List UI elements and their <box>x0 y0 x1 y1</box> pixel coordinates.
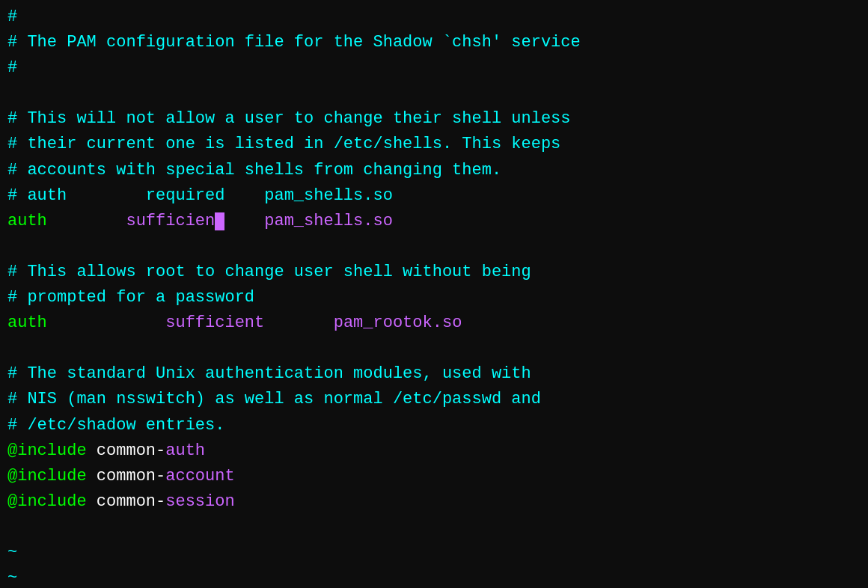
line-12: # prompted for a password <box>7 285 861 310</box>
line-1: # <box>7 4 861 30</box>
auth-keyword-2: auth <box>7 313 47 332</box>
include-separator-2: common- <box>87 467 166 486</box>
sufficient-keyword-1b <box>224 212 264 230</box>
line-19-include: @include common-account <box>7 464 861 489</box>
line-23-tilde: ~ <box>7 566 861 588</box>
line-15: # The standard Unix authentication modul… <box>7 361 861 387</box>
include-keyword-3: @include <box>7 492 87 511</box>
include-value-2: account <box>165 467 234 486</box>
line-7: # accounts with special shells from chan… <box>7 158 861 183</box>
code-editor[interactable]: # # The PAM configuration file for the S… <box>0 0 868 588</box>
sufficient-keyword-1: sufficien <box>126 212 215 230</box>
line-3: # <box>7 55 861 81</box>
cursor <box>215 212 224 230</box>
module-1: pam_shells.so <box>264 212 393 230</box>
include-separator-1: common- <box>87 441 166 460</box>
include-keyword-1: @include <box>7 441 87 460</box>
include-keyword-2: @include <box>7 467 87 486</box>
include-value-1: auth <box>165 441 205 460</box>
line-14-empty <box>7 336 861 361</box>
line-22-tilde: ~ <box>7 540 861 566</box>
auth-keyword-1: auth <box>7 212 47 230</box>
line-16: # NIS (man nsswitch) as well as normal /… <box>7 387 861 412</box>
line-21-empty <box>7 515 861 540</box>
line-8: # auth required pam_shells.so <box>7 183 861 209</box>
include-separator-3: common- <box>87 492 166 511</box>
line-18-include: @include common-auth <box>7 438 861 464</box>
line-13-auth-sufficient: auth sufficient pam_rootok.so <box>7 310 861 336</box>
line-6: # their current one is listed in /etc/sh… <box>7 132 861 157</box>
line-10-empty <box>7 234 861 260</box>
line-20-include: @include common-session <box>7 489 861 515</box>
include-value-3: session <box>165 492 234 511</box>
line-11: # This allows root to change user shell … <box>7 260 861 285</box>
line-4-empty <box>7 81 861 106</box>
line-2: # The PAM configuration file for the Sha… <box>7 30 861 55</box>
module-2: pam_rootok.so <box>334 313 462 332</box>
line-9-auth-sufficient-cursor: auth sufficien pam_shells.so <box>7 209 861 234</box>
line-17: # /etc/shadow entries. <box>7 413 861 438</box>
line-5: # This will not allow a user to change t… <box>7 106 861 132</box>
sufficient-keyword-2: sufficient <box>165 313 264 332</box>
